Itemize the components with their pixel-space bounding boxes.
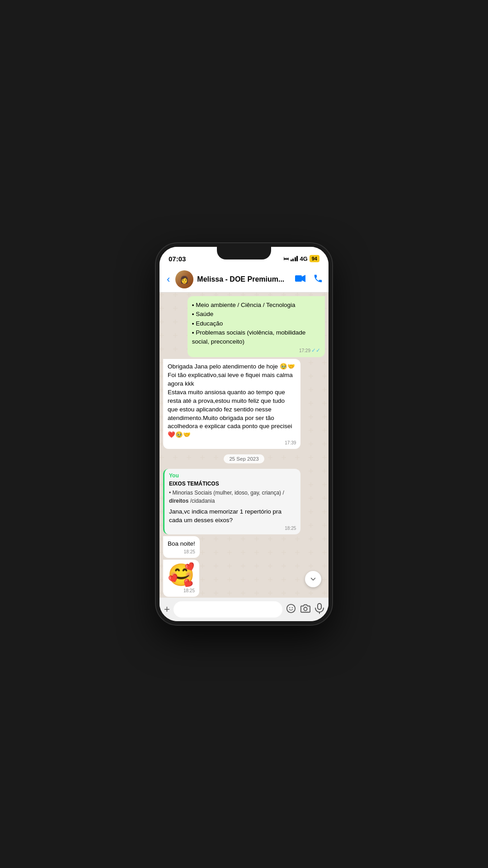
phone-frame: 07:03 🛏 4G 94 ‹ 👩 Melissa - DOE Premium.… xyxy=(156,243,332,625)
msg-time: 17:29 ✓✓ xyxy=(192,347,320,354)
input-bar: + xyxy=(160,598,328,621)
message-outgoing-1: Meio ambiente / Ciência / Tecnologia Saú… xyxy=(188,296,325,357)
svg-point-3 xyxy=(289,607,290,608)
svg-point-4 xyxy=(292,607,293,608)
sticker-button[interactable] xyxy=(286,604,296,616)
quoted-title: EIXOS TEMÁTICOS xyxy=(169,481,296,487)
date-separator: 25 Sep 2023 xyxy=(224,454,264,463)
input-action-icons xyxy=(286,603,324,616)
message-incoming-1: Obrigada Jana pelo atendimento de hoje 🥹… xyxy=(163,359,300,449)
msg-time: 18:25 xyxy=(168,588,195,593)
quoted-author: You xyxy=(169,472,296,479)
video-call-icon[interactable] xyxy=(295,274,306,285)
contact-name[interactable]: Melissa - DOE Premium... xyxy=(197,275,291,283)
svg-point-5 xyxy=(304,607,307,610)
quoted-list: Minorias Sociais (mulher, idoso, gay, cr… xyxy=(169,489,296,505)
list-item: Problemas sociais (violência, mobilidade… xyxy=(192,328,320,347)
read-ticks: ✓✓ xyxy=(311,347,320,354)
list-item: Educação xyxy=(192,319,320,328)
bed-icon: 🛏 xyxy=(283,255,289,262)
msg-time: 18:25 xyxy=(168,549,195,554)
camera-button[interactable] xyxy=(300,604,310,616)
quoted-message: You EIXOS TEMÁTICOS Minorias Sociais (mu… xyxy=(163,469,300,534)
msg-list: Meio ambiente / Ciência / Tecnologia Saú… xyxy=(192,301,320,346)
chat-area: Meio ambiente / Ciência / Tecnologia Saú… xyxy=(160,292,328,598)
msg-text: Obrigada Jana pelo atendimento de hoje 🥹… xyxy=(168,363,296,439)
phone-call-icon[interactable] xyxy=(313,274,323,286)
header-icons xyxy=(295,274,323,286)
svg-rect-6 xyxy=(318,604,321,609)
svg-point-2 xyxy=(287,604,295,612)
chat-header: ‹ 👩 Melissa - DOE Premium... xyxy=(160,267,328,292)
msg-text: Boa noite! xyxy=(168,540,195,548)
list-item: Meio ambiente / Ciência / Tecnologia xyxy=(192,301,320,310)
add-attachment-button[interactable]: + xyxy=(164,604,170,615)
avatar: 👩 xyxy=(175,270,193,288)
signal-bars xyxy=(291,256,298,261)
status-time: 07:03 xyxy=(169,255,186,263)
status-4g: 4G xyxy=(300,255,307,262)
msg-text: Jana,vc indica memorizar 1 repertório pr… xyxy=(169,508,296,525)
status-bar: 07:03 🛏 4G 94 xyxy=(160,247,328,267)
status-icons: 🛏 4G 94 xyxy=(283,255,319,262)
message-emoji: 🥰 18:25 xyxy=(163,560,199,597)
quoted-list-item: Minorias Sociais (mulher, idoso, gay, cr… xyxy=(169,489,296,505)
svg-marker-1 xyxy=(302,275,305,282)
scroll-down-button[interactable] xyxy=(305,571,321,587)
screen: 07:03 🛏 4G 94 ‹ 👩 Melissa - DOE Premium.… xyxy=(160,247,328,621)
microphone-button[interactable] xyxy=(315,603,324,616)
message-incoming-2: Boa noite! 18:25 xyxy=(163,536,200,558)
msg-time: 18:25 xyxy=(169,526,296,531)
back-button[interactable]: ‹ xyxy=(165,272,172,287)
svg-rect-0 xyxy=(295,275,302,282)
msg-time: 17:39 xyxy=(168,440,296,445)
message-input[interactable] xyxy=(174,601,282,618)
list-item: Saúde xyxy=(192,310,320,319)
battery-badge: 94 xyxy=(310,255,319,262)
